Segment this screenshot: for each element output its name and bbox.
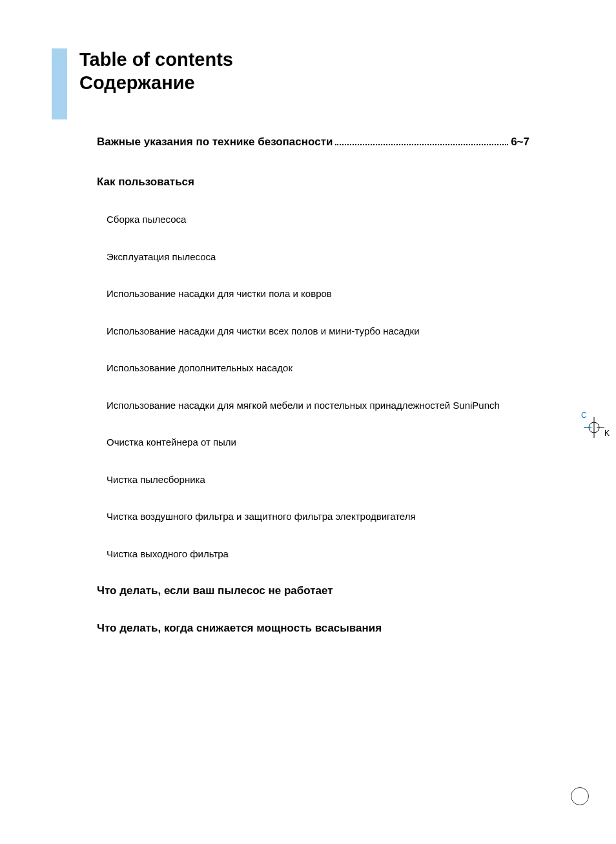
toc-leader-dots [335, 138, 508, 145]
section-heading-not-working: Что делать, если ваш пылесос не работает [97, 584, 529, 597]
toc-content: Важные указания по технике безопасности … [97, 136, 529, 659]
reg-mark-c-label: C [581, 411, 587, 420]
toc-entry-safety: Важные указания по технике безопасности … [97, 136, 529, 149]
list-item: Чистка выходного фильтра [107, 548, 529, 561]
list-item: Использование насадки для чистки всех по… [107, 325, 529, 338]
page-marker-circle-icon [571, 787, 589, 805]
reg-mark-k-label: K [604, 429, 610, 438]
list-item: Использование насадки для чистки пола и … [107, 287, 529, 300]
list-item: Очистка контейнера от пыли [107, 436, 529, 449]
toc-entry-label: Важные указания по технике безопасности [97, 136, 333, 149]
list-item: Использование дополнительных насадок [107, 362, 529, 375]
toc-entry-page: 6~7 [511, 136, 529, 149]
sub-item-list: Сборка пылесоса Эксплуатация пылесоса Ис… [107, 213, 529, 560]
section-heading-how-to-use: Как пользоваться [97, 176, 529, 189]
page-title: Table of contents Содержание [79, 48, 233, 95]
list-item: Чистка пылесборника [107, 473, 529, 486]
accent-bar [52, 48, 67, 119]
list-item: Эксплуатация пылесоса [107, 251, 529, 263]
list-item: Чистка воздушного фильтра и защитного фи… [107, 510, 529, 523]
registration-mark-icon: C K [580, 413, 608, 442]
document-page: Table of contents Содержание Важные указ… [0, 0, 616, 844]
section-heading-suction-low: Что делать, когда снижается мощность вса… [97, 622, 529, 635]
list-item: Использование насадки для мягкой мебели … [107, 399, 529, 412]
title-line-en: Table of contents [79, 48, 233, 71]
title-line-ru: Содержание [79, 71, 233, 94]
list-item: Сборка пылесоса [107, 213, 529, 226]
